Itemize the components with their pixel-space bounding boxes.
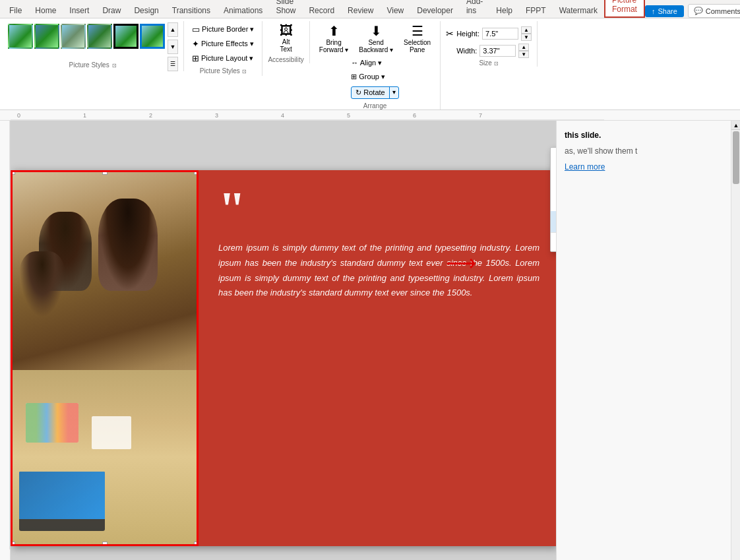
send-backward-icon: ⬇ <box>371 23 382 39</box>
share-button[interactable]: ↑ Share <box>645 5 684 17</box>
comments-button[interactable]: 💬 Comments <box>688 4 740 18</box>
width-decrement[interactable]: ▼ <box>518 51 529 58</box>
style-thumb-4[interactable] <box>87 24 112 49</box>
rotate-left-item[interactable]: ↺ Rotate Left 90° <box>551 169 556 190</box>
handle-tl[interactable] <box>11 170 15 175</box>
slide-content: " Lorem ipsum is simply dummy text of th… <box>202 170 556 546</box>
handle-bm[interactable] <box>102 542 108 546</box>
picture-layout-button[interactable]: ⊞ Picture Layout ▾ <box>188 51 258 65</box>
tab-transitions[interactable]: Transitions <box>166 3 217 18</box>
rotate-button-row: ↻ Rotate ▾ <box>347 84 402 101</box>
horizontal-ruler: 0 1 2 3 4 5 6 7 <box>0 110 740 121</box>
styles-scroll-up[interactable]: ▲ <box>168 22 178 37</box>
svg-text:6: 6 <box>413 112 416 119</box>
picture-effects-button[interactable]: ✦ Picture Effects ▾ <box>188 37 258 51</box>
panel-title: this slide. <box>565 131 723 140</box>
align-button[interactable]: ↔ Align ▾ <box>347 57 402 69</box>
flip-horizontal-item[interactable]: ⇔ Flip Horizontal ↖ <box>551 211 556 232</box>
tab-animations[interactable]: Animations <box>217 3 269 18</box>
tab-slideshow[interactable]: Slide Show <box>269 0 302 18</box>
align-group-options: ↔ Align ▾ ⊞ Group ▾ ↻ Rotate ▾ <box>347 57 402 101</box>
send-backward-button[interactable]: ⬇ SendBackward ▾ <box>355 21 397 55</box>
selection-pane-button[interactable]: ☰ SelectionPane <box>400 21 435 55</box>
red-arrow: ⟶ <box>446 253 476 274</box>
tab-addins[interactable]: Add-ins <box>460 0 489 18</box>
tab-insert[interactable]: Insert <box>63 3 96 18</box>
bring-forward-icon: ⬆ <box>328 23 340 39</box>
alt-text-button[interactable]: 🖼 AltText <box>273 21 299 55</box>
picture-format-group-label: Picture Styles ⊡ <box>188 67 258 75</box>
tab-help[interactable]: Help <box>489 3 519 18</box>
group-button[interactable]: ⊞ Group ▾ <box>347 71 402 83</box>
tab-review[interactable]: Review <box>341 3 380 18</box>
tab-design[interactable]: Design <box>127 3 165 18</box>
panel-body: this slide. as, we'll show them t Learn … <box>557 121 731 560</box>
picture-layout-icon: ⊞ <box>192 53 199 63</box>
rotate-dropdown-arrow[interactable]: ▾ <box>389 87 398 98</box>
svg-text:5: 5 <box>347 112 350 119</box>
height-input-row: ✂ Height: ▲ ▼ <box>446 26 532 41</box>
height-decrement[interactable]: ▼ <box>521 34 532 41</box>
panel-text: as, we'll show them t <box>565 145 723 157</box>
slide-canvas: " Lorem ipsum is simply dummy text of th… <box>11 121 556 560</box>
tab-developer[interactable]: Developer <box>410 3 460 18</box>
height-spinner: ▲ ▼ <box>521 26 532 41</box>
meeting-photo <box>13 172 197 544</box>
learn-more-link[interactable]: Learn more <box>565 162 605 171</box>
tab-file[interactable]: File <box>3 3 28 18</box>
picture-styles-group: ▲ ▼ ☰ Picture Styles ⊡ <box>3 21 184 71</box>
picture-border-button[interactable]: ▭ Picture Border ▾ <box>188 22 258 36</box>
alt-text-icon: 🖼 <box>280 23 293 38</box>
vertical-ruler <box>0 121 11 560</box>
height-increment[interactable]: ▲ <box>521 26 532 34</box>
tab-watermark[interactable]: Watermark <box>553 3 604 18</box>
width-increment[interactable]: ▲ <box>518 44 529 51</box>
ribbon-tabs: File Home Insert Draw Design Transitions… <box>0 0 740 18</box>
share-icon: ↑ <box>652 7 656 15</box>
size-dialog-icon[interactable]: ⊡ <box>494 61 499 67</box>
handle-bl[interactable] <box>11 542 15 546</box>
panel-learn-more: Learn more <box>565 162 723 171</box>
picture-styles-expand-icon[interactable]: ⊡ <box>112 63 117 69</box>
rotate-right-item[interactable]: ↻ Rotate Right 90° <box>551 148 556 169</box>
height-label: Height: <box>456 30 479 38</box>
svg-text:1: 1 <box>83 112 86 119</box>
selection-pane-icon: ☰ <box>412 23 423 39</box>
tab-pictureformat[interactable]: Picture Format <box>604 0 645 18</box>
quote-mark: " <box>218 187 540 232</box>
height-input[interactable] <box>482 28 518 40</box>
style-thumb-3[interactable] <box>61 24 86 49</box>
flip-vertical-item[interactable]: ⇕ Flip Vertical <box>551 190 556 211</box>
scrollbar-up-arrow[interactable]: ▲ <box>731 121 740 130</box>
right-panel: this slide. as, we'll show them t Learn … <box>556 121 731 560</box>
tab-record[interactable]: Record <box>302 3 341 18</box>
tab-fppt[interactable]: FPPT <box>519 3 553 18</box>
rotate-button-label: ↻ Rotate <box>352 87 388 98</box>
style-thumb-5[interactable] <box>113 24 139 49</box>
document1 <box>26 403 78 443</box>
arrange-label: Arrange <box>363 102 387 109</box>
size-group-label: Size ⊡ <box>479 59 498 67</box>
tab-view[interactable]: View <box>380 3 410 18</box>
styles-scroll-down[interactable]: ▼ <box>168 40 178 54</box>
scrollbar-thumb[interactable] <box>733 131 739 184</box>
style-thumb-6[interactable] <box>140 24 165 49</box>
handle-tm[interactable] <box>102 170 108 175</box>
rotate-button[interactable]: ↻ Rotate ▾ <box>351 86 398 99</box>
tab-draw[interactable]: Draw <box>96 3 127 18</box>
size-group: ✂ Height: ▲ ▼ ✂ Width: ▲ ▼ Size ⊡ <box>441 21 538 67</box>
style-thumb-2[interactable] <box>34 24 59 49</box>
ribbon: ▲ ▼ ☰ Picture Styles ⊡ ▭ Picture Border … <box>0 18 740 110</box>
bring-forward-button[interactable]: ⬆ BringForward ▾ <box>315 21 352 55</box>
handle-tr[interactable] <box>194 170 199 175</box>
main-area: " Lorem ipsum is simply dummy text of th… <box>0 121 740 560</box>
ruler-marks: 0 1 2 3 4 5 6 7 <box>11 110 604 121</box>
picture-styles-dialog-icon[interactable]: ⊡ <box>242 69 247 75</box>
more-rotation-options-item[interactable]: More Rotation Options... <box>551 233 556 251</box>
tab-home[interactable]: Home <box>28 3 63 18</box>
style-thumb-1[interactable] <box>8 24 33 49</box>
style-thumbs-container <box>8 21 166 49</box>
width-input[interactable] <box>479 45 516 57</box>
handle-br[interactable] <box>194 542 199 546</box>
slide-image-selected[interactable] <box>11 170 199 546</box>
